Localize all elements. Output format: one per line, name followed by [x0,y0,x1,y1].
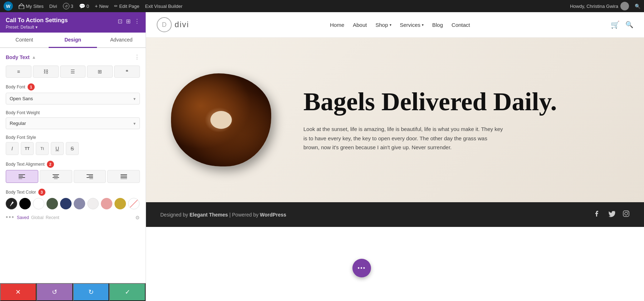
saved-tab-button[interactable]: Saved [17,215,29,220]
edit-page-button[interactable]: ✏ Edit Page [114,4,139,9]
alignment-badge: 2 [47,161,54,168]
cart-icon[interactable]: 🛒 [611,20,620,29]
tab-advanced[interactable]: Advanced [97,33,146,48]
body-font-label: Body Font 1 [6,83,140,91]
redo-button[interactable]: ↻ [73,283,109,301]
color-lavender-swatch[interactable] [74,198,85,209]
user-menu[interactable]: Howdy, Christina Gwira [570,2,629,10]
capitalize-style-button[interactable]: Tt [36,142,49,155]
nav-links: Home About Shop ▾ Services ▾ Blog Contac… [330,22,470,28]
color-tabs-row: ••• Saved Global Recent ⚙ [6,214,140,221]
color-white-swatch[interactable] [33,198,44,209]
color-lightgray-swatch[interactable] [87,198,99,209]
color-settings-icon[interactable]: ⚙ [135,215,140,220]
fab-button[interactable]: ••• [352,259,371,277]
nav-contact[interactable]: Contact [452,22,470,28]
body-font-style-label: Body Font Style [6,135,140,140]
color-black-swatch[interactable] [19,198,31,209]
nav-services[interactable]: Services ▾ [400,22,424,28]
panel-minimize-icon[interactable]: ⊡ [118,18,122,25]
bagel-image [171,73,271,166]
hero-body-text: Look at the sunset, life is amazing, lif… [303,125,504,152]
panel-header-text: Call To Action Settings Preset: Default … [6,17,68,30]
divi-button[interactable]: Divi [49,4,57,9]
panel-header-icons: ⊡ ⊞ ⋮ [118,18,140,25]
wp-logo-button[interactable]: W [4,1,13,11]
format-quote-button[interactable]: ❝ [114,65,140,78]
panel-bottom-bar: ✕ ↺ ↻ ✓ [0,283,146,301]
body-font-badge: 1 [28,83,35,91]
logo-text: divi [175,20,189,29]
section-collapse-icon[interactable]: ▲ [32,55,36,60]
site-logo: D divi [157,17,189,32]
format-link-button[interactable]: ⛓ [33,65,59,78]
body-font-style-buttons: I TT Tt U S [6,142,140,155]
align-center-button[interactable] [40,170,72,183]
color-slash-swatch[interactable] [128,198,140,209]
body-font-select-wrapper: Open Sans Arial Georgia Helvetica [6,93,140,105]
color-dots-button[interactable]: ••• [6,214,15,221]
align-left-button[interactable] [6,170,38,183]
refresh-count: 3 [71,4,73,9]
search-admin-button[interactable]: 🔍 [635,4,640,9]
color-navy-swatch[interactable] [60,198,72,209]
svg-point-20 [628,212,628,212]
body-font-select[interactable]: Open Sans Arial Georgia Helvetica [6,93,140,105]
instagram-icon[interactable] [623,210,630,219]
body-text-section-header: Body Text ▲ ⋮ [6,54,140,60]
twitter-icon[interactable] [608,210,615,219]
body-font-field: Body Font 1 Open Sans Arial Georgia Helv… [6,83,140,105]
body-font-weight-select[interactable]: Regular Light Bold [6,117,140,129]
settings-panel: Call To Action Settings Preset: Default … [0,12,146,301]
nav-shop[interactable]: Shop ▾ [375,22,391,28]
my-sites-button[interactable]: My Sites [19,3,44,9]
recent-tab-button[interactable]: Recent [46,215,59,220]
search-nav-icon[interactable]: 🔍 [625,21,633,29]
uppercase-style-button[interactable]: TT [21,142,34,155]
panel-header: Call To Action Settings Preset: Default … [0,12,146,33]
body-text-alignment-field: Body Text Alignment 2 [6,161,140,183]
my-sites-label: My Sites [26,4,44,9]
panel-expand-icon[interactable]: ⊞ [126,18,131,25]
align-right-button[interactable] [74,170,106,183]
align-justify-button[interactable] [107,170,140,183]
nav-home[interactable]: Home [330,22,344,28]
section-more-button[interactable]: ⋮ [134,54,140,60]
italic-style-button[interactable]: I [6,142,19,155]
strikethrough-style-button[interactable]: S [66,142,79,155]
format-list-ol-button[interactable]: ⊞ [87,65,113,78]
color-green-swatch[interactable] [47,198,58,209]
hero-headline: Bagels Delivered Daily. [303,88,626,116]
cancel-button[interactable]: ✕ [0,283,36,301]
tab-design[interactable]: Design [49,33,97,48]
color-pink-swatch[interactable] [101,198,112,209]
save-button[interactable]: ✓ [109,283,146,301]
panel-preset[interactable]: Preset: Default ▾ [6,25,68,30]
underline-style-button[interactable]: U [51,142,64,155]
body-font-style-field: Body Font Style I TT Tt U S [6,135,140,155]
logo-circle: D [157,17,172,32]
fab-icon: ••• [358,265,366,271]
body-font-weight-label: Body Font Weight [6,110,140,115]
format-list-ul-button[interactable]: ☰ [60,65,86,78]
edit-page-label: Edit Page [119,4,139,9]
exit-visual-builder-button[interactable]: Exit Visual Builder [145,4,183,9]
facebook-icon[interactable] [594,210,601,219]
align-justify-icon [121,174,127,179]
eyedropper-button[interactable] [6,198,17,209]
hero-image-area [146,63,296,177]
refresh-button[interactable]: ↺ 3 [63,3,73,9]
format-align-button[interactable]: ≡ [6,65,31,78]
new-button[interactable]: + New [95,3,108,9]
nav-about[interactable]: About [353,22,367,28]
format-buttons-row: ≡ ⛓ ☰ ⊞ ❝ [6,65,140,78]
global-tab-button[interactable]: Global [31,215,44,220]
nav-blog[interactable]: Blog [432,22,443,28]
panel-body: Body Text ▲ ⋮ ≡ ⛓ ☰ ⊞ ❝ Body Font 1 [0,48,146,283]
panel-more-icon[interactable]: ⋮ [134,18,140,25]
reset-button[interactable]: ↺ [36,283,73,301]
comments-button[interactable]: 💬 0 [79,3,89,9]
tab-content[interactable]: Content [0,33,49,48]
footer-text: Designed by Elegant Themes | Powered by … [160,212,286,218]
color-gold-swatch[interactable] [114,198,126,209]
